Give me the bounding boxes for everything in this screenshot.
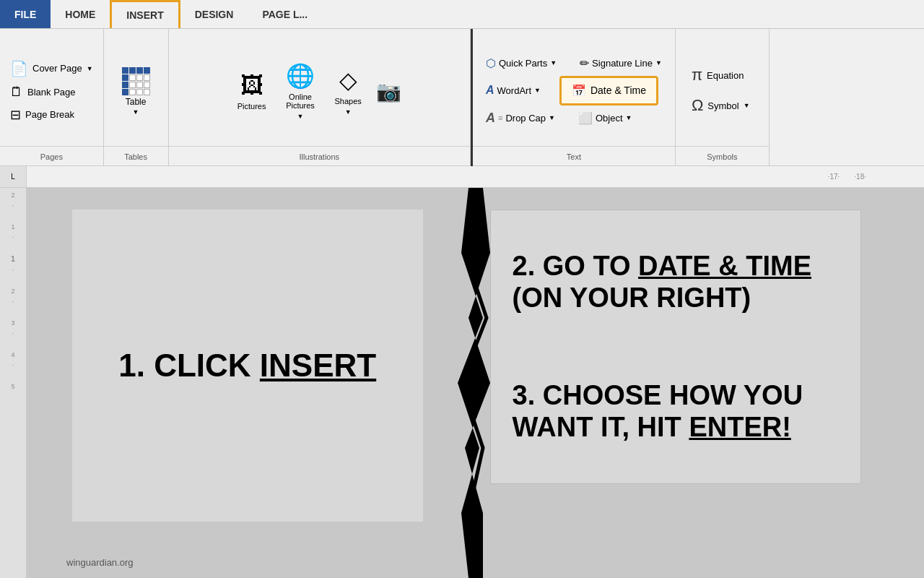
screenshot-icon: 📷 xyxy=(376,79,401,103)
table-button[interactable]: Table ▼ xyxy=(116,64,156,118)
tab-home[interactable]: HOME xyxy=(51,0,110,28)
left-panel: 1. CLICK INSERT winguardian.org xyxy=(27,188,468,578)
blank-page-label: Blank Page xyxy=(27,87,76,98)
content-panels: 1. CLICK INSERT winguardian.org 2. GO TO… xyxy=(27,188,924,578)
watermark: winguardian.org xyxy=(66,557,134,568)
table-label: Table xyxy=(126,97,147,107)
ruler-bar: ·17· ·18· xyxy=(27,166,924,187)
tab-design[interactable]: DESIGN xyxy=(180,0,248,28)
text-group-label: Text xyxy=(473,146,675,166)
date-time-icon: 📅 xyxy=(572,84,586,98)
equation-label: Equation xyxy=(707,70,744,81)
object-label: Object xyxy=(596,113,623,124)
equation-button[interactable]: π Equation xyxy=(687,63,757,87)
main-area: 2 · 1 · 1 · 2 · 3 · 4 · 5 1. CLICK INSER… xyxy=(0,188,924,578)
symbol-arrow: ▼ xyxy=(744,102,750,109)
drop-cap-label: Drop Cap xyxy=(505,113,546,124)
wordart-label: WordArt xyxy=(497,85,531,96)
symbols-group: π Equation Ω Symbol ▼ Symbols xyxy=(676,29,770,166)
signature-line-arrow: ▼ xyxy=(655,59,662,66)
tables-group: Table ▼ Tables xyxy=(104,29,169,166)
wordart-button[interactable]: A WordArt ▼ xyxy=(481,82,545,99)
ruler: L ·17· ·18· xyxy=(0,166,924,188)
ribbon: FILE HOME INSERT DESIGN PAGE L... 📄 Cove… xyxy=(0,0,924,166)
cover-page-button[interactable]: 📄 Cover Page ▼ xyxy=(6,58,97,79)
cover-page-icon: 📄 xyxy=(10,60,28,77)
tab-file[interactable]: FILE xyxy=(0,0,51,28)
symbol-label: Symbol xyxy=(707,100,738,111)
pictures-label: Pictures xyxy=(237,102,266,111)
pages-group: 📄 Cover Page ▼ 🗒 Blank Page ⊟ Page Break… xyxy=(0,29,104,166)
page-break-button[interactable]: ⊟ Page Break xyxy=(6,105,97,125)
shapes-button[interactable]: ◇ Shapes ▼ xyxy=(331,64,366,118)
blank-page-icon: 🗒 xyxy=(10,85,23,100)
object-button[interactable]: ⬜ Object ▼ xyxy=(574,109,637,127)
instruction-step1: 1. CLICK INSERT xyxy=(104,333,391,398)
page-break-label: Page Break xyxy=(25,109,74,120)
right-panel: 2. GO TO DATE & TIME(ON YOUR RIGHT) 3. C… xyxy=(468,188,925,578)
table-grid-icon xyxy=(122,67,150,95)
instruction-step2: 2. GO TO DATE & TIME(ON YOUR RIGHT) xyxy=(513,251,839,314)
quick-parts-arrow: ▼ xyxy=(550,59,557,66)
table-arrow: ▼ xyxy=(133,108,139,116)
wordart-icon: A xyxy=(486,84,494,97)
online-pictures-button[interactable]: 🌐 Online Pictures ▼ xyxy=(276,59,325,123)
shapes-arrow: ▼ xyxy=(345,108,352,116)
page-break-icon: ⊟ xyxy=(10,107,21,123)
symbol-button[interactable]: Ω Symbol ▼ xyxy=(687,93,757,118)
equation-icon: π xyxy=(692,66,702,85)
object-arrow: ▼ xyxy=(626,114,632,121)
ruler-corner[interactable]: L xyxy=(0,166,27,187)
tab-bar: FILE HOME INSERT DESIGN PAGE L... xyxy=(0,0,924,29)
blank-page-button[interactable]: 🗒 Blank Page xyxy=(6,82,97,102)
pictures-icon: 🖼 xyxy=(240,72,263,99)
pictures-button[interactable]: 🖼 Pictures xyxy=(233,69,271,113)
tables-group-label: Tables xyxy=(104,146,168,166)
symbols-group-label: Symbols xyxy=(676,146,769,166)
drop-cap-button[interactable]: A ≡ Drop Cap ▼ xyxy=(481,109,559,126)
illustrations-group: 🖼 Pictures 🌐 Online Pictures ▼ ◇ Shapes … xyxy=(169,29,471,166)
online-pictures-icon: 🌐 xyxy=(286,62,315,90)
illustrations-group-label: Illustrations xyxy=(169,146,470,166)
signature-line-label: Signature Line xyxy=(592,58,653,69)
right-document: 2. GO TO DATE & TIME(ON YOUR RIGHT) 3. C… xyxy=(490,210,861,484)
date-time-button[interactable]: 📅 Date & Time xyxy=(559,76,658,105)
shapes-icon: ◇ xyxy=(339,66,357,94)
date-time-label: Date & Time xyxy=(590,85,646,96)
object-icon: ⬜ xyxy=(578,111,593,125)
online-pictures-arrow: ▼ xyxy=(297,113,304,120)
instruction-step3: 3. CHOOSE HOW YOUWANT IT, HIT ENTER! xyxy=(513,380,839,443)
online-pictures-label: Online Pictures xyxy=(281,92,321,110)
screenshot-button[interactable]: 📷 xyxy=(372,77,406,106)
left-document: 1. CLICK INSERT xyxy=(72,210,423,522)
pages-group-label: Pages xyxy=(0,146,103,166)
signature-line-icon: ✏ xyxy=(580,56,589,70)
symbol-icon: Ω xyxy=(692,96,703,115)
cover-page-arrow: ▼ xyxy=(87,65,93,72)
vertical-ruler: 2 · 1 · 1 · 2 · 3 · 4 · 5 xyxy=(0,188,27,578)
cover-page-label: Cover Page xyxy=(32,63,82,74)
quick-parts-button[interactable]: ⬡ Quick Parts ▼ xyxy=(481,54,561,72)
tab-insert[interactable]: INSERT xyxy=(110,0,180,28)
tab-page-layout[interactable]: PAGE L... xyxy=(248,0,322,28)
text-group: ⬡ Quick Parts ▼ ✏ Signature Line ▼ xyxy=(473,29,676,166)
signature-line-button[interactable]: ✏ Signature Line ▼ xyxy=(575,54,666,72)
wordart-arrow: ▼ xyxy=(534,87,541,94)
quick-parts-label: Quick Parts xyxy=(499,58,547,69)
drop-cap-arrow: ▼ xyxy=(549,114,555,121)
drop-cap-icon: A xyxy=(486,111,495,124)
shapes-label: Shapes xyxy=(335,97,362,105)
quick-parts-icon: ⬡ xyxy=(486,56,496,70)
ruler-marks: ·17· ·18· xyxy=(828,166,866,187)
